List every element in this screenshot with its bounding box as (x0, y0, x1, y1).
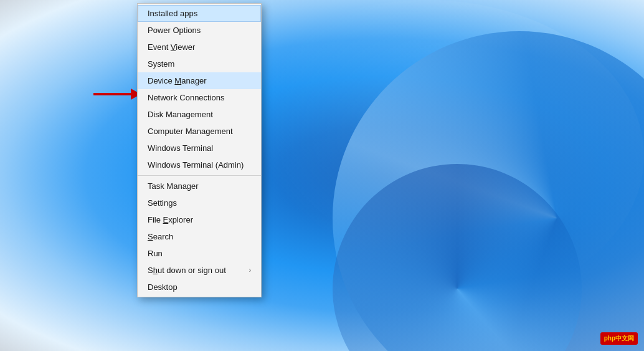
menu-item-search[interactable]: Search (138, 228, 261, 245)
event-underline: V (171, 42, 176, 52)
menu-item-settings[interactable]: Settings (138, 195, 261, 211)
menu-item-run[interactable]: Run (138, 245, 261, 262)
watermark-text: php (604, 335, 615, 342)
arrow-indicator (93, 89, 141, 100)
file-explorer-underline: E (163, 215, 169, 224)
menu-item-disk-management[interactable]: Disk Management (138, 106, 261, 123)
menu-item-event-viewer[interactable]: Event Viewer (138, 39, 261, 55)
search-underline: S (148, 232, 153, 241)
menu-item-computer-management[interactable]: Computer Management (138, 123, 261, 140)
menu-item-network-connections[interactable]: Network Connections (138, 89, 261, 106)
menu-item-system[interactable]: System (138, 55, 261, 72)
menu-item-installed-apps[interactable]: Installed apps (138, 5, 261, 22)
submenu-arrow-icon: › (249, 267, 251, 274)
menu-item-device-manager[interactable]: Device Manager (138, 72, 261, 89)
menu-item-shut-down[interactable]: Shut down or sign out › (138, 262, 261, 279)
menu-item-desktop[interactable]: Desktop (138, 279, 261, 296)
menu-item-windows-terminal[interactable]: Windows Terminal (138, 140, 261, 156)
menu-item-file-explorer[interactable]: File Explorer (138, 211, 261, 228)
device-manager-underline: M (174, 76, 181, 85)
shut-down-underline: h (153, 266, 158, 275)
menu-item-task-manager[interactable]: Task Manager (138, 178, 261, 195)
menu-item-windows-terminal-admin[interactable]: Windows Terminal (Admin) (138, 156, 261, 173)
desktop-background (0, 0, 644, 351)
divider-1 (138, 175, 261, 176)
watermark-suffix: 中文网 (615, 335, 634, 342)
watermark: php中文网 (600, 332, 638, 345)
context-menu: Installed apps Power Options Event Viewe… (137, 3, 262, 297)
arrow-line (93, 93, 131, 95)
menu-item-power-options[interactable]: Power Options (138, 22, 261, 39)
